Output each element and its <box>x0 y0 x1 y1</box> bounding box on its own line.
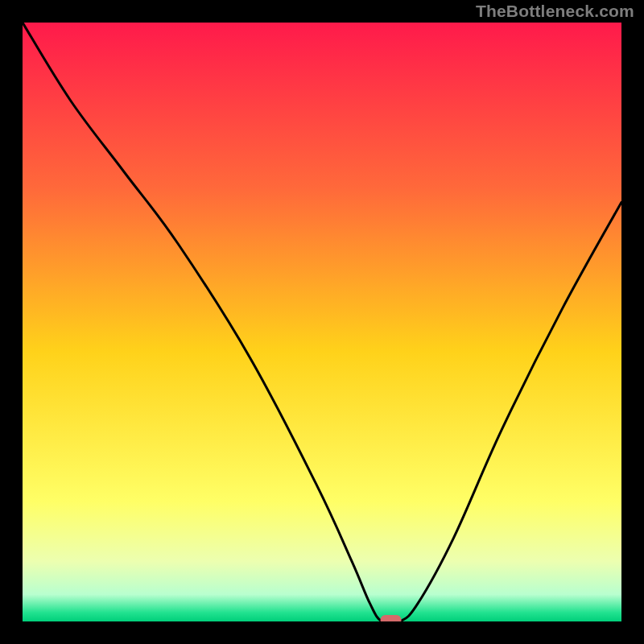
chart-svg <box>23 23 621 621</box>
optimal-marker <box>381 615 402 621</box>
watermark-text: TheBottleneck.com <box>476 2 634 21</box>
chart-frame: TheBottleneck.com <box>0 0 644 644</box>
gradient-background <box>23 23 621 621</box>
plot-area <box>23 23 621 621</box>
